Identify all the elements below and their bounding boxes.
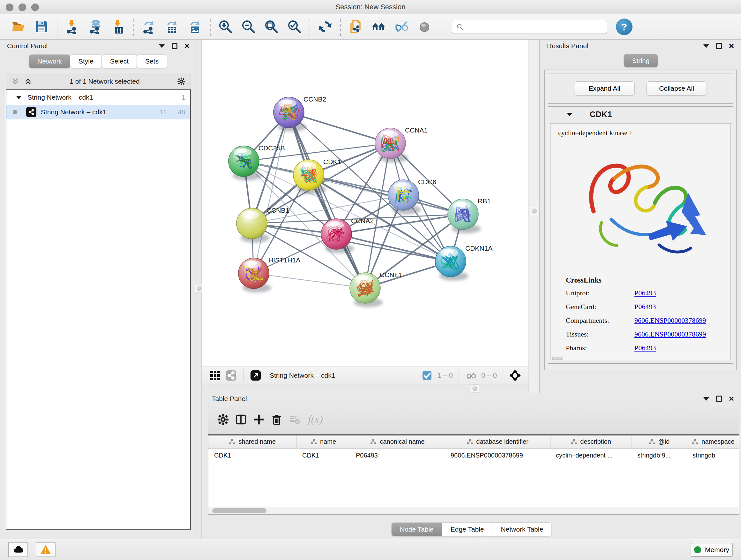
export-table-button[interactable]: [162, 17, 182, 37]
zoom-out-button[interactable]: [239, 17, 259, 37]
panel-float-icon[interactable]: [172, 43, 178, 49]
table-cell[interactable]: CDK1: [296, 448, 350, 462]
column-header-canonicalname[interactable]: canonical name: [350, 435, 445, 448]
selected-checkbox-icon[interactable]: [421, 369, 433, 382]
collapse-all-icon[interactable]: [11, 77, 19, 85]
open-session-button[interactable]: [9, 17, 29, 37]
zoom-in-button[interactable]: [216, 17, 235, 37]
gear-icon[interactable]: [177, 77, 185, 85]
node-CCNA2[interactable]: CCNA2: [321, 217, 374, 253]
column-header-id[interactable]: @id: [631, 435, 687, 448]
left-splitter[interactable]: [197, 40, 202, 539]
tree-expander-icon[interactable]: [16, 96, 22, 99]
share-view-icon[interactable]: [225, 369, 238, 382]
panel-close-icon[interactable]: ×: [729, 394, 734, 403]
zoom-selected-button[interactable]: [285, 17, 305, 37]
search-field[interactable]: [452, 20, 607, 34]
node-CDC25B[interactable]: CDC25B: [228, 144, 285, 180]
tab-network[interactable]: Network: [29, 54, 71, 68]
horizontal-splitter-handle[interactable]: [471, 384, 479, 393]
close-window-button[interactable]: [6, 3, 13, 11]
node-CCNA1[interactable]: CCNA1: [375, 126, 428, 163]
column-header-databaseidentifier[interactable]: database identifier: [445, 435, 550, 448]
crosslink-link[interactable]: 9606.ENSP00000378699: [634, 316, 706, 324]
tab-string[interactable]: String: [623, 54, 658, 68]
tab-node-table[interactable]: Node Table: [391, 522, 442, 537]
table-cell[interactable]: 9606.ENSP00000378699: [445, 448, 550, 462]
scrollbar-thumb[interactable]: [212, 508, 266, 513]
panel-menu-icon[interactable]: [159, 44, 165, 48]
expand-all-icon[interactable]: [24, 77, 32, 85]
birdseye-view-icon[interactable]: [249, 369, 262, 382]
collapse-all-button[interactable]: Collapse All: [646, 81, 707, 96]
tab-select[interactable]: Select: [102, 54, 137, 68]
node-CDC6[interactable]: CDC6: [388, 178, 436, 214]
node-HIST1H1A[interactable]: HIST1H1A: [239, 256, 300, 293]
search-input[interactable]: [466, 20, 603, 34]
delete-column-button[interactable]: [268, 411, 286, 428]
tab-sets[interactable]: Sets: [137, 54, 167, 68]
add-column-button[interactable]: [250, 411, 268, 428]
collapse-gene-icon[interactable]: [567, 113, 572, 116]
scrollbar-stub[interactable]: [552, 357, 563, 360]
export-image-button[interactable]: [185, 17, 205, 37]
save-session-button[interactable]: [32, 17, 52, 37]
crosslink-link[interactable]: 9606.ENSP00000378699: [634, 330, 706, 338]
expand-all-button[interactable]: Expand All: [574, 81, 635, 96]
zoom-fit-button[interactable]: [262, 17, 281, 37]
node-CCNB2[interactable]: CCNB2: [273, 96, 326, 132]
import-network-button[interactable]: [63, 17, 82, 37]
import-table-button[interactable]: [109, 17, 128, 37]
network-collection-row[interactable]: String Network – cdk1 1: [6, 90, 190, 105]
fit-content-icon[interactable]: [509, 369, 522, 382]
column-header-name[interactable]: name: [296, 435, 350, 448]
minimize-window-button[interactable]: [18, 3, 26, 11]
column-header-sharedname[interactable]: shared name: [208, 435, 296, 448]
show-columns-button[interactable]: [232, 411, 250, 428]
column-header-description[interactable]: description: [550, 435, 631, 448]
table-settings-button[interactable]: [214, 411, 232, 428]
tab-style[interactable]: Style: [70, 54, 102, 68]
gene-section-header[interactable]: CDK1: [548, 107, 733, 122]
table-horizontal-scrollbar[interactable]: [208, 507, 739, 514]
table-cell[interactable]: stringdb:9...: [631, 448, 687, 462]
help-button[interactable]: ?: [616, 18, 632, 35]
panel-float-icon[interactable]: [716, 43, 722, 49]
export-network-button[interactable]: [139, 17, 159, 37]
edge-CCNE1-HIST1H1A[interactable]: [254, 273, 365, 288]
clone-network-button[interactable]: [346, 17, 366, 37]
horizontal-splitter[interactable]: [202, 384, 529, 393]
crosslink-link[interactable]: P06493: [634, 344, 656, 352]
right-splitter-handle[interactable]: [530, 207, 538, 215]
table-row[interactable]: CDK1CDK1P064939606.ENSP00000378699cyclin…: [208, 448, 739, 462]
delete-table-button[interactable]: [286, 411, 304, 428]
tab-edge-table[interactable]: Edge Table: [442, 522, 493, 537]
memory-button[interactable]: Memory: [690, 543, 733, 557]
panel-menu-icon[interactable]: [703, 44, 709, 48]
import-database-button[interactable]: [85, 17, 105, 37]
network-canvas[interactable]: CCNB2CCNA1CDC25BCDK1CDC6RB1CCNB1CCNA2CDK…: [202, 40, 529, 367]
table-cell[interactable]: P06493: [350, 448, 445, 462]
cloud-button[interactable]: [8, 543, 28, 557]
function-builder-button[interactable]: f(x): [308, 414, 323, 426]
hide-graphics-details-button[interactable]: [392, 17, 412, 37]
first-neighbors-button[interactable]: [369, 17, 389, 37]
grid-view-icon[interactable]: [209, 369, 221, 382]
column-header-namespace[interactable]: namespace: [687, 435, 739, 448]
panel-close-icon[interactable]: ×: [729, 42, 734, 51]
show-graphics-details-button[interactable]: [415, 17, 434, 37]
node-CDKN1A[interactable]: CDKN1A: [435, 245, 492, 281]
warning-button[interactable]: [36, 543, 56, 557]
tab-network-table[interactable]: Network Table: [492, 522, 552, 537]
table-cell[interactable]: cyclin–dependent ...: [550, 448, 631, 462]
table-cell[interactable]: stringdb: [687, 448, 739, 462]
node-CCNE1[interactable]: CCNE1: [350, 271, 402, 307]
crosslink-link[interactable]: P06493: [634, 289, 656, 297]
hidden-eye-slash-icon[interactable]: [465, 369, 477, 382]
panel-float-icon[interactable]: [716, 395, 722, 402]
panel-menu-icon[interactable]: [703, 397, 709, 401]
node-RB1[interactable]: RB1: [448, 197, 491, 233]
network-row[interactable]: String Network – cdk1 11 48: [6, 105, 190, 119]
table-cell[interactable]: CDK1: [208, 448, 296, 462]
crosslink-link[interactable]: P06493: [634, 303, 656, 311]
